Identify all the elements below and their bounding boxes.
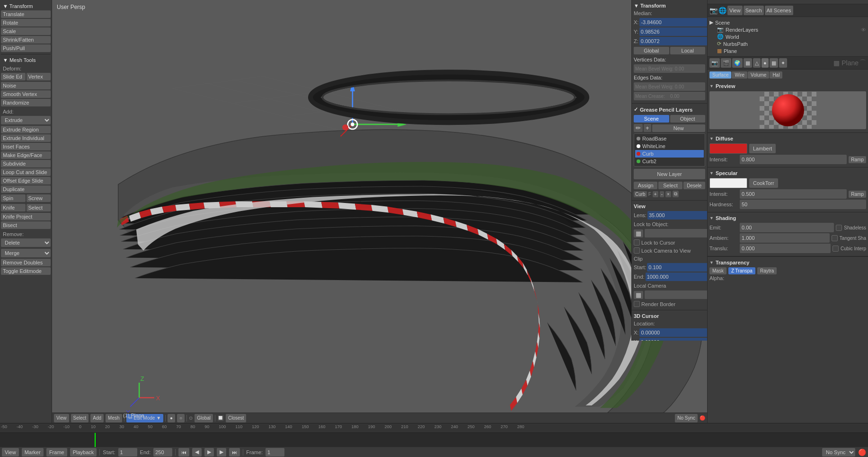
bisect-btn[interactable]: Bisect — [1, 221, 51, 229]
cy-input[interactable] — [639, 338, 707, 341]
extrude-individual-btn[interactable]: Extrude Individual — [1, 134, 51, 142]
mask-btn[interactable]: Mask — [709, 267, 726, 274]
view-btn[interactable]: View — [727, 6, 743, 15]
world-prop-btn[interactable]: 🌍 — [732, 58, 743, 68]
loop-cut-slide-btn[interactable]: Loop Cut and Slide — [1, 168, 51, 176]
y-input[interactable] — [639, 27, 707, 36]
timeline-playback-btn[interactable]: Playback — [70, 448, 97, 457]
emit-input[interactable] — [740, 223, 834, 232]
preview-title[interactable]: Preview — [709, 82, 866, 90]
layer-curb2[interactable]: Curb2 — [635, 158, 704, 165]
screw-btn[interactable]: Screw — [27, 194, 51, 202]
search-btn[interactable]: Search — [744, 6, 764, 15]
render-layers-item[interactable]: 📷 RenderLayers 👁 — [709, 26, 866, 33]
push-pull-btn[interactable]: Push/Pull — [1, 44, 51, 52]
edges-bevel-input[interactable] — [634, 82, 705, 91]
specular-color-swatch[interactable] — [709, 178, 747, 188]
slide-ed-btn[interactable]: Slide Ed — [1, 73, 26, 80]
clip-start-input[interactable] — [647, 263, 707, 272]
diffuse-title[interactable]: Diffuse — [709, 135, 866, 142]
nurbs-path-item[interactable]: ⟳ NurbsPath — [709, 40, 866, 47]
lock-object-input[interactable] — [645, 229, 707, 237]
shadeless-checkbox[interactable] — [836, 225, 842, 231]
duplicate-btn[interactable]: Duplicate — [1, 185, 51, 193]
timeline-frame-btn[interactable]: Frame — [46, 448, 67, 457]
cubic-checkbox[interactable] — [833, 246, 839, 252]
z-input[interactable] — [639, 37, 707, 45]
offset-edge-slide-btn[interactable]: Offset Edge Slide — [1, 177, 51, 185]
spec-ramp-btn[interactable]: Ramp — [849, 191, 866, 198]
ramp-btn[interactable]: Ramp — [849, 156, 866, 163]
spec-intensity-input[interactable] — [740, 189, 847, 199]
skip-end-btn[interactable]: ⏭ — [229, 448, 240, 457]
knife-btn[interactable]: Knife — [1, 204, 26, 211]
deselect-btn[interactable]: Desele — [683, 182, 705, 189]
viewport-shading-wire[interactable]: ○ — [177, 414, 185, 422]
remove-doubles-btn[interactable]: Remove Doubles — [1, 259, 51, 266]
scale-btn[interactable]: Scale — [1, 27, 51, 35]
timeline-marker-btn[interactable]: Marker — [22, 448, 44, 457]
object-gp-btn[interactable]: Object — [670, 115, 706, 123]
local-btn[interactable]: Local — [670, 47, 706, 54]
subdivide-btn[interactable]: Subdivide — [1, 160, 51, 167]
lambert-btn[interactable]: Lambert — [749, 144, 776, 153]
transform-orientation-btn[interactable]: Global — [195, 414, 213, 422]
raytransp-btn[interactable]: Raytra — [757, 267, 777, 274]
scene-prop-btn[interactable]: 🎬 — [721, 58, 731, 68]
local-camera-input[interactable] — [645, 290, 707, 299]
toggle-editmode-btn[interactable]: Toggle Editmode — [1, 267, 51, 275]
play-btn[interactable]: ▶ — [204, 448, 214, 457]
particle-prop-btn[interactable]: ✦ — [779, 58, 787, 68]
vp-select-btn[interactable]: Select — [71, 414, 89, 422]
mesh-prop-btn[interactable]: △ — [753, 58, 761, 68]
layer-roadbase[interactable]: RoadBase — [635, 135, 704, 142]
frame-start-input[interactable] — [118, 448, 137, 457]
timeline-view-btn[interactable]: View — [2, 448, 19, 457]
plane-item[interactable]: ▦ Plane — [709, 47, 866, 54]
wire-tab[interactable]: Wire — [732, 71, 747, 79]
scene-tree-item[interactable]: ▶ Scene — [709, 19, 866, 26]
make-edge-face-btn[interactable]: Make Edge/Face — [1, 151, 51, 159]
sync-mode-select[interactable]: No Sync — [822, 448, 855, 457]
inset-faces-btn[interactable]: Inset Faces — [1, 143, 51, 150]
render-prop-btn[interactable]: 📷 — [709, 58, 720, 68]
mean-bevel-input[interactable] — [634, 64, 705, 73]
ambien-input[interactable] — [740, 233, 830, 243]
shading-title[interactable]: Shading — [709, 214, 866, 222]
x-input[interactable] — [639, 18, 707, 26]
tangent-checkbox[interactable] — [832, 235, 838, 241]
ztransp-btn[interactable]: Z Transpa — [728, 267, 755, 274]
spin-btn[interactable]: Spin — [1, 194, 26, 202]
select-btn[interactable]: Select — [27, 204, 51, 211]
object-prop-btn[interactable]: ▦ — [744, 58, 752, 68]
gp-select-btn[interactable]: Select — [658, 182, 682, 189]
delete-select[interactable]: Delete — [1, 238, 51, 247]
halo-tab[interactable]: Hal — [770, 71, 782, 79]
frame-end-input[interactable] — [153, 448, 172, 457]
assign-btn[interactable]: Assign — [634, 182, 657, 189]
timeline-bar[interactable] — [0, 433, 868, 447]
randomize-btn[interactable]: Randomize — [1, 99, 51, 106]
next-frame-btn[interactable]: ▶ — [217, 448, 226, 457]
current-frame-input[interactable] — [266, 448, 284, 457]
hardness-input[interactable] — [740, 200, 866, 209]
lock-cursor-checkbox[interactable] — [634, 239, 640, 246]
new-layer-btn[interactable]: New Layer — [634, 169, 705, 179]
snap-type-btn[interactable]: Closest — [226, 414, 246, 422]
layer-curb[interactable]: Curb — [635, 150, 704, 158]
world-item[interactable]: 🌐 World — [709, 33, 866, 40]
cx-input[interactable] — [639, 328, 707, 337]
rotate-btn[interactable]: Rotate — [1, 19, 51, 26]
transparency-title[interactable]: Transparency — [709, 259, 866, 266]
specular-title[interactable]: Specular — [709, 169, 866, 177]
scene-gp-btn[interactable]: Scene — [634, 115, 669, 123]
translu-input[interactable] — [740, 244, 831, 253]
surface-tab[interactable]: Surface — [709, 71, 731, 79]
vertex-btn[interactable]: Vertex — [27, 73, 51, 80]
vp-mesh-btn[interactable]: Mesh — [106, 414, 122, 422]
shrink-fatten-btn[interactable]: Shrink/Fatten — [1, 36, 51, 44]
mean-crease-input[interactable] — [634, 92, 705, 100]
noise-btn[interactable]: Noise — [1, 82, 51, 89]
diffuse-color-swatch[interactable] — [709, 143, 747, 154]
lock-camera-checkbox[interactable] — [634, 247, 640, 254]
